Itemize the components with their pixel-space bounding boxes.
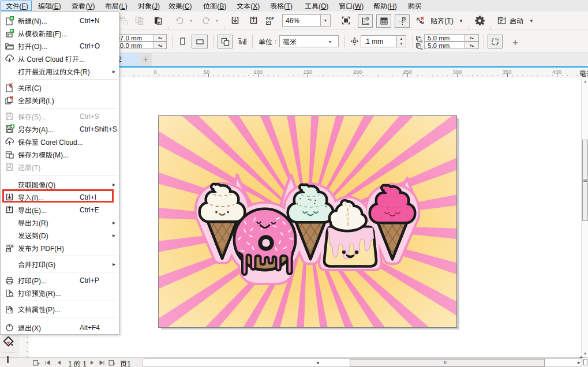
svg-text:PDF: PDF xyxy=(6,244,14,248)
svg-text:y: y xyxy=(421,47,423,51)
svg-text:PDF: PDF xyxy=(266,17,274,21)
